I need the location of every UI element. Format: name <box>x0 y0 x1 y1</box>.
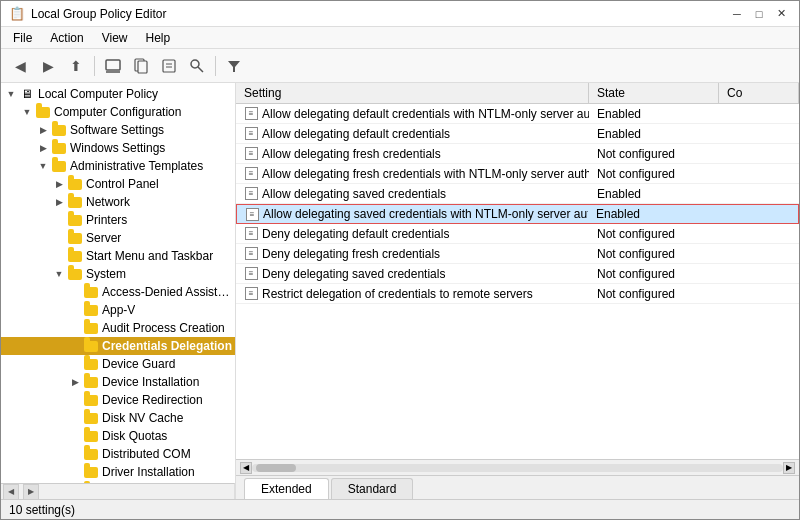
toggle-network[interactable]: ▶ <box>51 194 67 210</box>
tree-item-system[interactable]: ▼ System <box>1 265 235 283</box>
tab-standard[interactable]: Standard <box>331 478 414 499</box>
minimize-button[interactable]: ─ <box>727 6 747 22</box>
table-row[interactable]: ≡ Allow delegating default credentials E… <box>236 124 799 144</box>
scrollbar-thumb[interactable] <box>256 464 296 472</box>
setting-label: Deny delegating default credentials <box>262 227 449 241</box>
table-row[interactable]: ≡ Allow delegating fresh credentials Not… <box>236 144 799 164</box>
tree-item-device-installation[interactable]: ▶ Device Installation <box>1 373 235 391</box>
back-button[interactable]: ◀ <box>7 53 33 79</box>
toolbar-btn-2[interactable] <box>128 53 154 79</box>
setting-label: Deny delegating fresh credentials <box>262 247 440 261</box>
menu-view[interactable]: View <box>94 29 136 47</box>
folder-icon-administrative-templates <box>51 159 67 173</box>
maximize-button[interactable]: □ <box>749 6 769 22</box>
tree-item-app-v[interactable]: ▶ App-V <box>1 301 235 319</box>
folder-icon-computer-configuration <box>35 105 51 119</box>
toggle-local-computer-policy[interactable]: ▼ <box>3 86 19 102</box>
tree-item-device-redirection[interactable]: ▶ Device Redirection <box>1 391 235 409</box>
toggle-software-settings[interactable]: ▶ <box>35 122 51 138</box>
tree-item-printers[interactable]: ▶ Printers <box>1 211 235 229</box>
toolbar-separator-1 <box>94 56 95 76</box>
label-disk-quotas: Disk Quotas <box>102 429 167 443</box>
toolbar-btn-4[interactable] <box>184 53 210 79</box>
setting-state: Not configured <box>589 165 719 183</box>
up-button[interactable]: ⬆ <box>63 53 89 79</box>
menu-help[interactable]: Help <box>138 29 179 47</box>
forward-button[interactable]: ▶ <box>35 53 61 79</box>
tree-item-disk-nv-cache[interactable]: ▶ Disk NV Cache <box>1 409 235 427</box>
table-row[interactable]: ≡ Allow delegating saved credentials Ena… <box>236 184 799 204</box>
main-content: ▼ 🖥 Local Computer Policy ▼ Computer Con… <box>1 83 799 499</box>
scroll-left-arrow[interactable]: ◀ <box>240 462 252 474</box>
setting-label: Allow delegating default credentials <box>262 127 450 141</box>
setting-icon: ≡ <box>244 147 258 161</box>
scroll-right-button[interactable]: ▶ <box>23 484 39 500</box>
tree-item-driver-installation[interactable]: ▶ Driver Installation <box>1 463 235 481</box>
table-row[interactable]: ≡ Allow delegating fresh credentials wit… <box>236 164 799 184</box>
toolbar-btn-3[interactable] <box>156 53 182 79</box>
folder-icon-driver-installation <box>83 465 99 479</box>
setting-state: Not configured <box>589 245 719 263</box>
column-header-comment[interactable]: Co <box>719 83 799 103</box>
tree-item-disk-quotas[interactable]: ▶ Disk Quotas <box>1 427 235 445</box>
tree-item-start-menu[interactable]: ▶ Start Menu and Taskbar <box>1 247 235 265</box>
setting-state: Enabled <box>589 105 719 123</box>
toggle-device-installation[interactable]: ▶ <box>67 374 83 390</box>
tree-item-network[interactable]: ▶ Network <box>1 193 235 211</box>
toggle-administrative-templates[interactable]: ▼ <box>35 158 51 174</box>
table-row-selected[interactable]: ≡ Allow delegating saved credentials wit… <box>236 204 799 224</box>
tree-item-audit-process[interactable]: ▶ Audit Process Creation <box>1 319 235 337</box>
toolbar-btn-1[interactable] <box>100 53 126 79</box>
column-header-state[interactable]: State <box>589 83 719 103</box>
filter-button[interactable] <box>221 53 247 79</box>
toggle-computer-configuration[interactable]: ▼ <box>19 104 35 120</box>
setting-state: Enabled <box>588 205 718 223</box>
toggle-control-panel[interactable]: ▶ <box>51 176 67 192</box>
table-row[interactable]: ≡ Deny delegating default credentials No… <box>236 224 799 244</box>
app-icon: 📋 <box>9 6 25 21</box>
toolbar-separator-2 <box>215 56 216 76</box>
table-row[interactable]: ≡ Restrict delegation of credentials to … <box>236 284 799 304</box>
folder-icon-disk-quotas <box>83 429 99 443</box>
table-row[interactable]: ≡ Deny delegating fresh credentials Not … <box>236 244 799 264</box>
tree-item-control-panel[interactable]: ▶ Control Panel <box>1 175 235 193</box>
setting-icon: ≡ <box>244 187 258 201</box>
scroll-right-arrow[interactable]: ▶ <box>783 462 795 474</box>
tree-item-device-guard[interactable]: ▶ Device Guard <box>1 355 235 373</box>
table-row[interactable]: ≡ Deny delegating saved credentials Not … <box>236 264 799 284</box>
setting-label: Allow delegating fresh credentials <box>262 147 441 161</box>
tree-item-server[interactable]: ▶ Server <box>1 229 235 247</box>
label-device-installation: Device Installation <box>102 375 199 389</box>
tree-item-access-denied[interactable]: ▶ Access-Denied Assistance <box>1 283 235 301</box>
toggle-system[interactable]: ▼ <box>51 266 67 282</box>
tree-item-computer-configuration[interactable]: ▼ Computer Configuration <box>1 103 235 121</box>
tab-extended[interactable]: Extended <box>244 478 329 499</box>
label-access-denied: Access-Denied Assistance <box>102 285 233 299</box>
label-network: Network <box>86 195 130 209</box>
menu-action[interactable]: Action <box>42 29 91 47</box>
label-administrative-templates: Administrative Templates <box>70 159 203 173</box>
right-panel: Setting State Co ≡ Allow delegating defa… <box>236 83 799 499</box>
setting-state: Not configured <box>589 285 719 303</box>
svg-marker-9 <box>228 61 240 72</box>
setting-state: Enabled <box>589 185 719 203</box>
folder-icon-disk-nv-cache <box>83 411 99 425</box>
toggle-windows-settings[interactable]: ▶ <box>35 140 51 156</box>
label-distributed-com: Distributed COM <box>102 447 191 461</box>
tree-item-distributed-com[interactable]: ▶ Distributed COM <box>1 445 235 463</box>
menu-file[interactable]: File <box>5 29 40 47</box>
setting-icon: ≡ <box>244 287 258 301</box>
tree-item-local-computer-policy[interactable]: ▼ 🖥 Local Computer Policy <box>1 85 235 103</box>
tree-item-software-settings[interactable]: ▶ Software Settings <box>1 121 235 139</box>
title-left: 📋 Local Group Policy Editor <box>9 6 166 21</box>
setting-name: ≡ Allow delegating fresh credentials <box>236 145 589 163</box>
close-button[interactable]: ✕ <box>771 6 791 22</box>
table-row[interactable]: ≡ Allow delegating default credentials w… <box>236 104 799 124</box>
folder-icon-audit-process <box>83 321 99 335</box>
scroll-left-button[interactable]: ◀ <box>3 484 19 500</box>
column-header-setting[interactable]: Setting <box>236 83 589 103</box>
status-text: 10 setting(s) <box>9 503 75 517</box>
tree-item-windows-settings[interactable]: ▶ Windows Settings <box>1 139 235 157</box>
tree-item-credentials-delegation[interactable]: ▶ Credentials Delegation <box>1 337 235 355</box>
tree-item-administrative-templates[interactable]: ▼ Administrative Templates <box>1 157 235 175</box>
